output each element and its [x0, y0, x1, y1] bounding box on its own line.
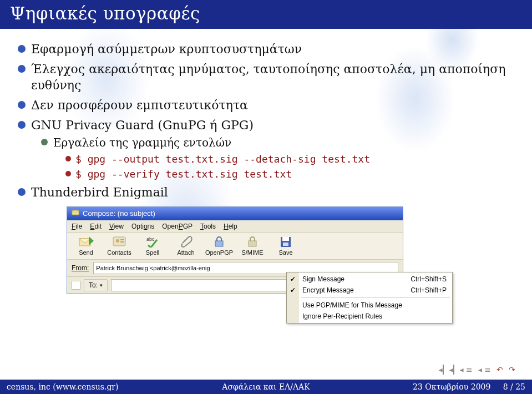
svg-rect-7 [120, 241, 124, 243]
compose-icon [72, 209, 79, 219]
svg-rect-12 [282, 237, 289, 241]
svg-rect-10 [249, 241, 256, 246]
menu-sign-label: Sign Message [302, 275, 344, 283]
bullet-gnupg: GNU Privacy Guard (GnuPG ή GPG) [17, 117, 524, 134]
from-label: From: [72, 264, 89, 272]
footer-right: 23 Οκτωβρίου 2009 8 / 25 [413, 382, 525, 391]
tool-attach[interactable]: Attach [171, 235, 200, 257]
menu-openpgp[interactable]: OpenPGP [162, 222, 192, 231]
nav-next-icon[interactable]: ◂ ≡ [460, 365, 473, 374]
to-label: To: [89, 281, 98, 290]
nav-first-icon[interactable]: ◂ [439, 365, 444, 374]
menu-options[interactable]: Options [131, 222, 154, 231]
nav-back-icon[interactable]: ↶ [496, 365, 503, 374]
toolbar: Send Contacts abc Spell Attach OpenPGP [67, 233, 403, 260]
menubar[interactable]: File Edit View Options OpenPGP Tools Hel… [67, 220, 403, 233]
slide: Ψηφιακές υπογραφές Εφαρμογή ασύμμετρων κ… [0, 0, 532, 394]
menu-sign-message[interactable]: ✓ Sign Message Ctrl+Shift+S [287, 274, 452, 285]
nav-controls[interactable]: ◂ ◂ ◂ ≡ ◂ ≡ ↶ ↷ [439, 365, 516, 374]
footer-left: census, inc (www.census.gr) [7, 382, 119, 391]
check-icon: ✓ [290, 286, 296, 294]
footer-center: Ασφάλεια και ΕΛ/ΛΑΚ [222, 382, 310, 391]
tool-save[interactable]: Save [271, 235, 300, 257]
menu-pgpmime-label: Use PGP/MIME for This Message [302, 301, 402, 309]
menu-use-pgp-mime[interactable]: Use PGP/MIME for This Message [287, 300, 452, 311]
tool-contacts[interactable]: Contacts [105, 235, 134, 257]
tool-openpgp[interactable]: OpenPGP [205, 235, 234, 257]
bullet-cmd-verify: $ gpg --verify test.txt.sig test.txt [64, 168, 524, 181]
openpgp-icon [211, 235, 227, 247]
menu-ignore-rules[interactable]: Ignore Per-Recipient Rules [287, 311, 452, 322]
tool-smime-label: S/MIME [241, 249, 263, 257]
window-title-text: Compose: (no subject) [83, 209, 155, 219]
save-icon [278, 235, 293, 247]
tool-openpgp-label: OpenPGP [205, 249, 233, 257]
footer-date: 23 Οκτωβρίου 2009 [413, 382, 491, 391]
svg-rect-9 [215, 241, 223, 246]
slide-title: Ψηφιακές υπογραφές [0, 0, 532, 29]
menu-help[interactable]: Help [224, 222, 237, 231]
smime-icon [245, 235, 260, 247]
spell-icon: abc [145, 235, 160, 247]
tool-contacts-label: Contacts [107, 249, 131, 257]
menu-encrypt-accel: Ctrl+Shift+P [411, 286, 447, 294]
svg-rect-13 [283, 243, 288, 246]
tool-smime[interactable]: S/MIME [238, 235, 267, 257]
tool-attach-label: Attach [177, 249, 194, 257]
check-icon: ✓ [290, 275, 296, 283]
tool-send-label: Send [79, 249, 93, 257]
openpgp-context-menu[interactable]: ✓ Sign Message Ctrl+Shift+S ✓ Encrypt Me… [286, 272, 453, 324]
menu-tools[interactable]: Tools [200, 222, 216, 231]
tool-spell-label: Spell [146, 249, 159, 257]
contacts-icon [112, 235, 127, 247]
bullet-cmd-detach-sig: $ gpg --output test.txt.sig --detach-sig… [64, 153, 524, 166]
svg-point-5 [116, 239, 119, 243]
bullet-application: Εφαρμογή ασύμμετρων κρυπτοσυστημάτων [17, 41, 524, 58]
bullet-cmdline-tool: Εργαλείο της γραμμής εντολών [40, 135, 524, 150]
nav-prev-icon[interactable]: ◂ [449, 365, 454, 374]
footer-page: 8 / 25 [503, 382, 525, 391]
bullet-thunderbird-enigmail: Thunderbird Enigmail [17, 184, 524, 201]
menu-encrypt-label: Encrypt Message [302, 286, 354, 294]
menu-file[interactable]: File [72, 222, 82, 231]
send-icon [78, 235, 94, 247]
menu-separator [301, 297, 450, 298]
tool-spell[interactable]: abc Spell [138, 235, 167, 257]
to-minus-icon[interactable] [72, 281, 80, 290]
chevron-down-icon: ▾ [100, 282, 103, 289]
svg-marker-3 [89, 236, 94, 245]
to-chip[interactable]: To: ▾ [84, 279, 108, 291]
nav-next2-icon[interactable]: ◂ ≡ [478, 365, 491, 374]
tool-save-label: Save [278, 249, 292, 257]
footer: census, inc (www.census.gr) Ασφάλεια και… [0, 380, 532, 394]
attach-icon [178, 235, 194, 247]
menu-view[interactable]: View [109, 222, 124, 231]
nav-fwd-icon[interactable]: ↷ [509, 365, 515, 374]
tool-send[interactable]: Send [72, 235, 100, 257]
svg-text:abc: abc [146, 236, 155, 242]
bullet-confidentiality: Δεν προσφέρουν εμπιστευτικότητα [17, 97, 524, 114]
menu-encrypt-message[interactable]: ✓ Encrypt Message Ctrl+Shift+P [287, 285, 452, 296]
slide-content: Εφαρμογή ασύμμετρων κρυπτοσυστημάτων Έλε… [0, 29, 532, 294]
menu-ignore-label: Ignore Per-Recipient Rules [302, 312, 382, 320]
window-titlebar: Compose: (no subject) [67, 207, 403, 221]
menu-sign-accel: Ctrl+Shift+S [411, 275, 447, 283]
svg-rect-6 [120, 239, 124, 240]
menu-edit[interactable]: Edit [90, 222, 102, 231]
bullet-integrity: Έλεγχος ακεραιότητας μηνύματος, ταυτοποί… [17, 61, 524, 94]
